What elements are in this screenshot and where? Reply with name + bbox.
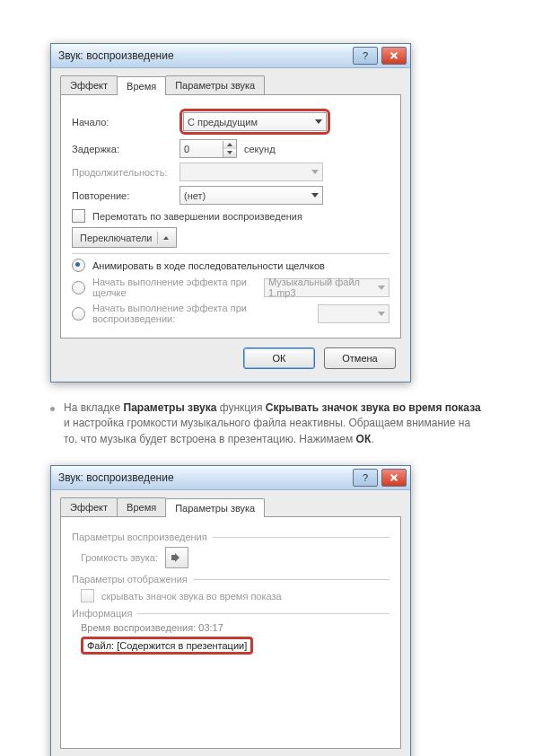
triggers-label: Переключатели — [80, 233, 152, 243]
chevron-down-icon — [311, 193, 319, 198]
duration-label: Продолжительность: — [72, 167, 172, 178]
window-buttons: ? — [353, 47, 407, 65]
group-display-label: Параметры отображения — [72, 574, 188, 585]
chevron-down-icon — [378, 312, 385, 316]
start-value: С предыдущим — [188, 117, 258, 127]
cancel-button[interactable]: Отмена — [324, 347, 396, 369]
hide-icon-checkbox — [81, 589, 94, 602]
spin-down[interactable] — [223, 149, 236, 157]
delay-spin[interactable]: 0 — [179, 139, 237, 158]
playtime-label: Время воспроизведения: — [81, 622, 198, 633]
dialog-footer: ОК Отмена — [60, 338, 401, 373]
volume-label: Громкость звука: — [81, 552, 158, 563]
window-buttons: ? — [353, 469, 407, 487]
delay-value: 0 — [184, 144, 189, 154]
dialog-footer: ОК Отмена — [60, 749, 401, 756]
triangle-up-icon — [163, 236, 169, 240]
delay-label: Задержка: — [72, 144, 172, 154]
repeat-select[interactable]: (нет) — [179, 186, 323, 205]
ok-button[interactable]: ОК — [243, 347, 315, 369]
file-highlight: Файл: [Содержится в презентации] — [81, 637, 253, 655]
help-button[interactable]: ? — [353, 469, 378, 487]
start-select[interactable]: С предыдущим — [183, 112, 327, 131]
help-button[interactable]: ? — [353, 47, 378, 65]
onplay-select — [318, 304, 390, 323]
dialog-body: Эффект Время Параметры звука Параметры в… — [51, 490, 410, 756]
duration-select — [179, 163, 323, 181]
tab-sound-params[interactable]: Параметры звука — [165, 75, 265, 94]
tab-time[interactable]: Время — [117, 497, 166, 516]
close-button[interactable] — [381, 469, 407, 487]
group-playback-label: Параметры воспроизведения — [72, 532, 207, 542]
radio-onclick[interactable] — [72, 281, 85, 294]
dialog-sound-params: Звук: воспроизведение ? Эффект Время Пар… — [50, 465, 411, 756]
speaker-icon — [171, 552, 182, 563]
tab-strip: Эффект Время Параметры звука — [60, 497, 401, 517]
repeat-value: (нет) — [184, 190, 206, 201]
group-display: Параметры отображения скрывать значок зв… — [72, 574, 390, 602]
playtime-value: 03:17 — [198, 622, 223, 633]
titlebar: Звук: воспроизведение ? — [51, 44, 410, 68]
repeat-label: Повторение: — [72, 190, 172, 201]
start-label: Начало: — [72, 117, 172, 127]
delay-unit: секунд — [244, 144, 276, 154]
onclick-value: Музыкальный файл 1.mp3 — [268, 277, 378, 298]
group-playback: Параметры воспроизведения Громкость звук… — [72, 532, 390, 568]
rewind-label: Перемотать по завершении воспроизведения — [92, 211, 302, 222]
window-title: Звук: воспроизведение — [58, 49, 174, 62]
dialog-time: Звук: воспроизведение ? Эффект Время Пар… — [50, 43, 411, 382]
dialog-body: Эффект Время Параметры звука Начало: С п… — [51, 68, 410, 382]
group-line — [193, 579, 390, 580]
rewind-checkbox[interactable] — [72, 209, 85, 223]
group-info: Информация Время воспроизведения: 03:17 … — [72, 608, 390, 655]
tab-effect[interactable]: Эффект — [60, 497, 118, 516]
tabpanel-params: Параметры воспроизведения Громкость звук… — [60, 517, 401, 749]
triangle-up-icon — [227, 143, 232, 146]
triangle-down-icon — [227, 151, 232, 154]
titlebar: Звук: воспроизведение ? — [51, 466, 410, 490]
playtime-row: Время воспроизведения: 03:17 — [72, 622, 390, 633]
hide-icon-label: скрывать значок звука во время показа — [101, 591, 282, 602]
opt2-label: Начать выполнение эффекта при щелчке — [92, 277, 257, 298]
radio-onplay[interactable] — [72, 307, 85, 321]
group-line — [137, 613, 390, 614]
trigger-option-sequence[interactable]: Анимировать в ходе последовательности ще… — [72, 259, 390, 272]
spin-up[interactable] — [223, 141, 236, 149]
separator — [72, 253, 390, 254]
file-label: Файл: — [87, 640, 117, 651]
tab-time[interactable]: Время — [117, 76, 166, 95]
tab-effect[interactable]: Эффект — [60, 75, 118, 94]
close-button[interactable] — [381, 47, 407, 65]
paragraph-text: На вкладке Параметры звука функция Скрыв… — [64, 400, 484, 447]
spacer — [72, 658, 390, 739]
window-title: Звук: воспроизведение — [58, 471, 174, 484]
tab-sound-params[interactable]: Параметры звука — [165, 498, 265, 517]
triggers-button[interactable]: Переключатели — [72, 227, 177, 248]
trigger-option-onplay[interactable]: Начать выполнение эффекта при воспроизве… — [72, 303, 390, 324]
opt3-label: Начать выполнение эффекта при воспроизве… — [92, 303, 311, 324]
file-value: [Содержится в презентации] — [117, 640, 247, 651]
trigger-option-onclick[interactable]: Начать выполнение эффекта при щелчке Муз… — [72, 277, 390, 298]
start-highlight: С предыдущим — [179, 109, 330, 135]
chevron-down-icon — [378, 286, 385, 290]
chevron-down-icon — [311, 170, 319, 174]
radio-sequence[interactable] — [72, 259, 85, 272]
chevron-down-icon — [315, 119, 322, 124]
tab-strip: Эффект Время Параметры звука — [60, 75, 401, 95]
group-line — [213, 537, 390, 538]
spin-buttons — [223, 141, 236, 157]
tabpanel-time: Начало: С предыдущим Задержка: 0 — [60, 95, 401, 338]
onclick-select: Музыкальный файл 1.mp3 — [264, 278, 390, 297]
opt1-label: Анимировать в ходе последовательности ще… — [92, 260, 390, 271]
file-row: Файл: [Содержится в презентации] — [72, 637, 390, 655]
explanation-paragraph: На вкладке Параметры звука функция Скрыв… — [50, 400, 484, 447]
bullet-icon — [50, 407, 55, 411]
volume-button — [165, 547, 188, 568]
group-info-label: Информация — [72, 608, 132, 619]
divider — [157, 232, 158, 244]
